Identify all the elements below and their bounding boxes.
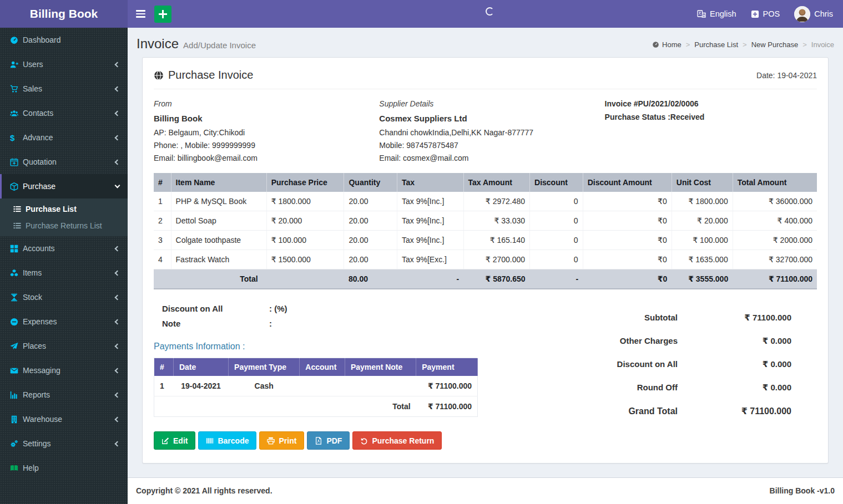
sidebar-item-items[interactable]: Items — [0, 261, 128, 285]
note-value: : — [269, 319, 272, 328]
user-menu[interactable]: Chris — [794, 6, 833, 22]
sidebar-subitem-purchase-list[interactable]: Purchase List — [0, 201, 128, 217]
cell-total-amount: ₹ 32700.000 — [733, 250, 817, 269]
cell-discount: 0 — [530, 231, 583, 250]
cell-payment-note — [345, 376, 416, 396]
sidebar-item-label: Warehouse — [23, 415, 62, 424]
summary-value: ₹ 0.000 — [678, 359, 791, 369]
invoice-panel-title: Purchase Invoice — [154, 69, 253, 82]
sidebar-item-label: Sales — [23, 84, 42, 93]
sidebar-subitem-purchase-returns-list[interactable]: Purchase Returns List — [0, 217, 128, 234]
home-icon — [652, 41, 659, 48]
total-amount: ₹ 71100.000 — [733, 269, 817, 289]
from-block: From Billing Book AP: Belgaum, City:Chik… — [154, 98, 379, 165]
app-version: Billing Book -v1.0 — [770, 486, 835, 496]
navbar-right: English POS Chris — [697, 6, 843, 22]
pos-button[interactable]: POS — [751, 9, 780, 18]
invoice-summary: Subtotal ₹ 71100.000 Other Charges ₹ 0.0… — [479, 298, 817, 417]
summary-label: Subtotal — [644, 313, 678, 322]
column-header: Unit Cost — [672, 173, 733, 192]
cell-discount: 0 — [530, 250, 583, 269]
print-button[interactable]: Print — [259, 431, 304, 450]
breadcrumb-separator: > — [686, 40, 690, 49]
edit-button[interactable]: Edit — [154, 431, 195, 450]
sidebar-item-reports[interactable]: Reports — [0, 383, 128, 407]
summary-label: Grand Total — [628, 406, 678, 416]
globe-icon — [154, 70, 164, 80]
from-phone: Phone: , Mobile: 9999999999 — [154, 140, 379, 151]
sidebar-item-label: Messaging — [23, 366, 60, 375]
cell-tax: Tax 9%[Exc.] — [397, 250, 464, 269]
cell-total-amount: ₹ 400.000 — [733, 211, 817, 231]
app-logo-text: Billing Book — [30, 7, 98, 21]
divider — [154, 89, 817, 89]
breadcrumb-purchase-list-link[interactable]: Purchase List — [694, 40, 738, 49]
sidebar-item-help[interactable]: Help — [0, 456, 128, 480]
pdf-button[interactable]: PDF — [307, 431, 350, 450]
breadcrumb-new-purchase-link[interactable]: New Purchase — [751, 40, 799, 49]
invoice-lower-left: Discount on All : (%) Note : Payments In… — [154, 298, 479, 417]
sidebar-item-messaging[interactable]: Messaging — [0, 358, 128, 383]
summary-value: ₹ 0.000 — [678, 336, 791, 346]
sidebar-item-places[interactable]: Places — [0, 334, 128, 358]
sidebar-subitem-label: Purchase List — [26, 205, 77, 213]
chevron-left-icon — [115, 319, 120, 324]
sidebar-item-stock[interactable]: Stock — [0, 285, 128, 309]
cell-tax-amount: ₹ 33.030 — [463, 211, 530, 231]
sidebar-item-sales[interactable]: Sales — [0, 77, 128, 101]
payments-total-label: Total — [154, 396, 416, 417]
sidebar-item-warehouse[interactable]: Warehouse — [0, 407, 128, 431]
summary-value: ₹ 0.000 — [678, 383, 791, 393]
sidebar-toggle-button[interactable] — [128, 0, 153, 28]
user-name: Chris — [814, 9, 833, 18]
from-address: AP: Belgaum, City:Chikodi — [154, 127, 379, 138]
cell-quantity: 20.00 — [344, 211, 397, 231]
sidebar-item-purchase[interactable]: Purchase — [0, 174, 128, 198]
cell-discount-amount: ₹0 — [583, 192, 672, 211]
chevron-left-icon — [115, 392, 120, 398]
sidebar-subitem-label: Purchase Returns List — [26, 221, 102, 230]
sidebar-item-label: Users — [23, 60, 43, 69]
list-icon — [13, 222, 26, 230]
breadcrumb-home-link[interactable]: Home — [652, 40, 682, 49]
cell-quantity: 20.00 — [344, 231, 397, 250]
column-header: Total Amount — [733, 173, 817, 192]
sidebar-item-accounts[interactable]: Accounts — [0, 236, 128, 261]
sidebar-item-dashboard[interactable]: Dashboard — [0, 28, 128, 52]
total-tax: - — [397, 269, 464, 289]
cell-date: 19-04-2021 — [173, 376, 228, 396]
breadcrumb-separator: > — [802, 40, 807, 49]
sidebar-item-users[interactable]: Users — [0, 52, 128, 77]
barcode-button[interactable]: Barcode — [198, 431, 256, 450]
summary-other-charges-row: Other Charges ₹ 0.000 — [479, 336, 791, 346]
language-label: English — [710, 9, 736, 18]
barcode-icon — [206, 437, 214, 445]
sidebar-item-contacts[interactable]: Contacts — [0, 101, 128, 125]
undo-icon — [360, 437, 368, 445]
sidebar-item-expenses[interactable]: Expenses — [0, 309, 128, 334]
quick-add-button[interactable] — [154, 6, 171, 23]
sidebar-item-quotation[interactable]: Quotation — [0, 150, 128, 174]
breadcrumb-label: Home — [662, 40, 682, 49]
supplier-heading: Supplier Details — [379, 98, 604, 109]
table-row: 3 Colgate toothpaste ₹ 100.000 20.00 Tax… — [154, 231, 817, 250]
copyright-text: Copyright © 2021 All rights reserved. — [136, 486, 272, 496]
cubes-icon — [10, 269, 23, 277]
cell-purchase-price: ₹ 1800.000 — [266, 192, 344, 211]
purchase-return-button[interactable]: Purchase Return — [352, 431, 442, 450]
column-header: Payment — [416, 358, 478, 376]
column-header: # — [154, 358, 174, 376]
cell-item-name: Colgate toothpaste — [171, 231, 266, 250]
language-menu[interactable]: English — [697, 9, 736, 18]
sidebar-item-settings[interactable]: Settings — [0, 431, 128, 456]
supplier-block: Supplier Details Cosmex Suppliers Ltd Ch… — [379, 98, 604, 165]
calendar-plus-icon — [10, 158, 23, 166]
sidebar-item-advance[interactable]: $ Advance — [0, 125, 128, 150]
list-icon — [13, 205, 26, 213]
users-group-icon — [10, 109, 23, 118]
barcode-button-label: Barcode — [218, 436, 249, 445]
app-logo[interactable]: Billing Book — [0, 0, 128, 28]
chevron-left-icon — [115, 416, 120, 422]
from-email: Email: billingbook@email.com — [154, 152, 379, 164]
sidebar-item-label: Settings — [23, 439, 51, 448]
